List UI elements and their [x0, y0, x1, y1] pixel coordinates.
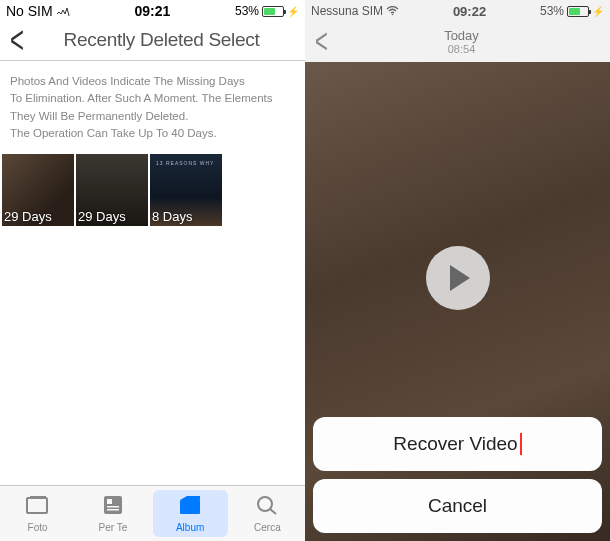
status-bar: Nessuna SIM 09:22 53% ⚡ — [305, 0, 610, 22]
poster-text: 13 REASONS WHY — [156, 160, 214, 166]
charging-icon: ⚡ — [287, 6, 299, 17]
battery-percent: 53% — [235, 4, 259, 18]
tab-album[interactable]: Album — [153, 490, 228, 537]
tab-foto[interactable]: Foto — [0, 486, 75, 541]
signal-icon — [56, 3, 70, 19]
photos-icon — [25, 494, 51, 520]
svg-rect-5 — [107, 509, 119, 511]
nav-header: < Today 08:54 — [305, 22, 610, 62]
svg-rect-6 — [180, 500, 200, 514]
button-label: Cancel — [428, 495, 487, 517]
action-sheet: Recover Video Cancel — [313, 409, 602, 533]
thumbnail-row: 29 Days 29 Days 13 REASONS WHY 8 Days — [0, 154, 305, 226]
svg-line-8 — [270, 509, 276, 514]
album-icon — [177, 494, 203, 520]
carrier-label: Nessuna SIM — [311, 4, 383, 18]
battery-icon — [262, 6, 284, 17]
video-detail-screen: Nessuna SIM 09:22 53% ⚡ < Today 08:54 Re… — [305, 0, 610, 541]
carrier-label: No SIM — [6, 3, 53, 19]
status-time: 09:22 — [453, 4, 486, 19]
search-icon — [254, 494, 280, 520]
svg-rect-4 — [107, 506, 119, 508]
svg-rect-2 — [104, 496, 122, 514]
cancel-button[interactable]: Cancel — [313, 479, 602, 533]
info-line: Photos And Videos Indicate The Missing D… — [10, 73, 295, 90]
button-label: Recover Video — [393, 433, 517, 455]
days-remaining-label: 29 Days — [78, 209, 126, 224]
recover-video-button[interactable]: Recover Video — [313, 417, 602, 471]
status-time: 09:21 — [134, 3, 170, 19]
foryou-icon — [100, 494, 126, 520]
nav-header: < Recently Deleted Select — [0, 22, 305, 61]
recently-deleted-screen: No SIM 09:21 53% ⚡ < Recently Deleted Se… — [0, 0, 305, 541]
days-remaining-label: 29 Days — [4, 209, 52, 224]
tab-cerca[interactable]: Cerca — [230, 486, 305, 541]
battery-percent: 53% — [540, 4, 564, 18]
detail-subtitle: 08:54 — [343, 43, 580, 56]
tab-bar: Foto Per Te Album Cerca — [0, 485, 305, 541]
svg-rect-1 — [30, 496, 46, 499]
svg-rect-0 — [27, 498, 47, 513]
tab-label: Per Te — [99, 522, 128, 533]
play-button[interactable] — [426, 246, 490, 310]
info-line: They Will Be Permanently Deleted. — [10, 108, 295, 125]
info-line: The Operation Can Take Up To 40 Days. — [10, 125, 295, 142]
wifi-icon — [386, 3, 399, 19]
detail-title: Today — [343, 28, 580, 44]
media-thumbnail[interactable]: 29 Days — [2, 154, 74, 226]
tab-perte[interactable]: Per Te — [75, 486, 150, 541]
svg-point-9 — [392, 14, 394, 16]
media-thumbnail[interactable]: 13 REASONS WHY 8 Days — [150, 154, 222, 226]
tab-label: Cerca — [254, 522, 281, 533]
media-thumbnail[interactable]: 29 Days — [76, 154, 148, 226]
svg-point-7 — [258, 497, 272, 511]
info-text: Photos And Videos Indicate The Missing D… — [0, 61, 305, 154]
play-icon — [450, 265, 470, 291]
status-bar: No SIM 09:21 53% ⚡ — [0, 0, 305, 22]
battery-icon — [567, 6, 589, 17]
charging-icon: ⚡ — [592, 6, 604, 17]
tab-label: Foto — [28, 522, 48, 533]
back-button[interactable]: < — [315, 24, 335, 59]
page-title: Recently Deleted Select — [38, 29, 295, 51]
tab-label: Album — [176, 522, 204, 533]
days-remaining-label: 8 Days — [152, 209, 192, 224]
info-line: To Elimination. After Such A Moment. The… — [10, 90, 295, 107]
back-button[interactable]: < — [10, 21, 30, 59]
svg-rect-3 — [107, 499, 112, 504]
